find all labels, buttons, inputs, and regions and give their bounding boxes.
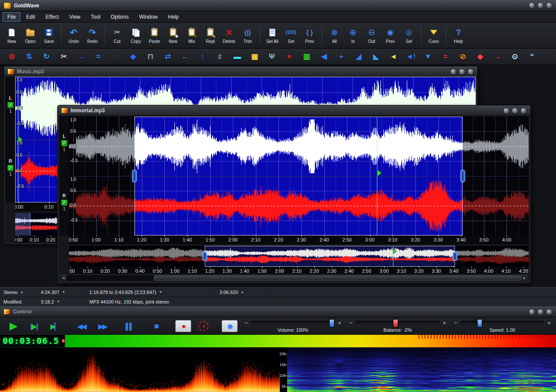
- toolbar-set-button[interactable]: {123}Set: [282, 24, 300, 47]
- effect-fade-in-button[interactable]: ◢: [351, 51, 366, 63]
- effect-mix-channels-button[interactable]: +: [334, 51, 349, 63]
- record-button[interactable]: ●: [175, 320, 191, 332]
- balance-increase-button[interactable]: +: [442, 320, 447, 326]
- spin-arrow-icon[interactable]: ▼: [57, 300, 60, 304]
- record-loop-button[interactable]: ●: [195, 320, 212, 333]
- toolbar-trim-button[interactable]: {|}Trim: [239, 24, 257, 47]
- app-maximize-button[interactable]: [537, 2, 544, 9]
- menu-edit[interactable]: Edit: [21, 12, 40, 22]
- toolbar-prev-button[interactable]: ◉Prev: [381, 24, 399, 47]
- toolbar-sel-all-button[interactable]: Sel All: [263, 24, 281, 47]
- toolbar-open-button[interactable]: Open: [21, 24, 39, 47]
- toolbar-delete-button[interactable]: ×Delete: [220, 24, 238, 47]
- effect-speaker-button[interactable]: ◀: [317, 51, 331, 63]
- control-titlebar[interactable]: Control: [0, 307, 556, 317]
- effect-pitch-button[interactable]: ♯: [213, 51, 227, 63]
- menu-file[interactable]: File: [3, 12, 20, 22]
- toolbar-out-button[interactable]: ⊖Out: [363, 24, 381, 47]
- effect-flanger-button[interactable]: ◆: [126, 51, 141, 63]
- toolbar-help-button[interactable]: ?Help: [449, 24, 468, 47]
- control-minimize-button[interactable]: [529, 309, 535, 315]
- effect-invert-button[interactable]: ↕: [195, 51, 210, 63]
- music-titlebar[interactable]: Music.mp3: [4, 66, 478, 77]
- monitor-button[interactable]: ◉: [222, 320, 238, 332]
- speed-slider-handle[interactable]: ×: [477, 319, 482, 327]
- effect-envelope-button[interactable]: ⊓: [143, 51, 158, 63]
- scrollbar-thumb[interactable]: [154, 275, 521, 281]
- play-current-button[interactable]: ▶▏: [46, 320, 63, 333]
- toolbar-save-button[interactable]: Save: [40, 24, 58, 47]
- balance-slider-track[interactable]: [356, 321, 439, 325]
- play-selection-button[interactable]: [▶]: [25, 320, 43, 333]
- effect-equalizer-button[interactable]: ▬: [230, 51, 245, 63]
- toolbar-prev-button[interactable]: { }Prev: [301, 24, 319, 47]
- toolbar-new-button[interactable]: ✱New: [164, 24, 182, 47]
- app-close-button[interactable]: [546, 2, 553, 9]
- play-button[interactable]: ▶: [4, 320, 22, 333]
- effect-shape-volume-button[interactable]: ≈: [438, 51, 453, 63]
- stop-button[interactable]: ■: [147, 320, 165, 333]
- scroll-left-button[interactable]: ◄: [60, 275, 67, 281]
- toolbar-mix-button[interactable]: +Mix: [183, 24, 201, 47]
- effect-unmute-button[interactable]: ◄!: [403, 51, 418, 63]
- status-channel-mode[interactable]: Stereo▲: [0, 287, 37, 297]
- immortal-minimize-button[interactable]: [503, 108, 510, 114]
- channel-r-checkbox[interactable]: ✓: [7, 165, 14, 171]
- toolbar-sel-button[interactable]: ◎Sel: [400, 24, 418, 47]
- effect-offset-button[interactable]: →: [74, 51, 88, 63]
- effect-speech-bubble-button[interactable]: “: [525, 51, 540, 63]
- control-close-button[interactable]: [546, 309, 553, 315]
- volume-slider-track[interactable]: [252, 321, 335, 325]
- effect-noise-reduction-button[interactable]: ⊘: [455, 51, 470, 63]
- effect-eq-bars-button[interactable]: ▥: [299, 51, 314, 63]
- immortal-titlebar[interactable]: Immortal.mp3: [58, 105, 530, 116]
- effect-spectrum-filter-button[interactable]: ▦: [247, 51, 262, 63]
- spin-arrow-icon[interactable]: ▲: [20, 290, 23, 294]
- menu-options[interactable]: Options: [106, 12, 133, 22]
- menu-help[interactable]: Help: [163, 12, 183, 22]
- menu-tool[interactable]: Tool: [86, 12, 105, 22]
- horizontal-scrollbar[interactable]: ◄ ►: [59, 274, 529, 281]
- immortal-time-axis[interactable]: 0:501:001:101:201:301:401:502:002:102:20…: [69, 235, 529, 244]
- effect-splitter-button[interactable]: Ψ: [265, 51, 279, 63]
- effect-pan-button[interactable]: ◄: [386, 51, 401, 63]
- volume-slider-handle[interactable]: [329, 319, 334, 327]
- effect-time-warp-button[interactable]: ↻: [39, 51, 54, 63]
- effect-mute-button[interactable]: ×: [282, 51, 297, 63]
- rewind-button[interactable]: ◀◀: [73, 320, 90, 333]
- control-maximize-button[interactable]: [537, 309, 544, 315]
- status-zoom[interactable]: 3:18.2▼: [37, 297, 86, 306]
- effect-disable-effect-button[interactable]: ⊘: [4, 51, 19, 63]
- menu-window[interactable]: Window: [134, 12, 163, 22]
- app-titlebar[interactable]: GoldWave: [0, 0, 556, 11]
- speed-increase-button[interactable]: +: [546, 320, 552, 326]
- channel-l-checkbox[interactable]: ✓: [61, 140, 68, 147]
- effect-filter-button[interactable]: ≈: [91, 51, 106, 63]
- fast-forward-button[interactable]: ▶▶: [94, 320, 111, 333]
- effect-silence-button[interactable]: ✂: [56, 51, 71, 63]
- immortal-overview[interactable]: [69, 246, 529, 267]
- effect-doppler-button[interactable]: →: [490, 51, 505, 63]
- balance-slider-handle[interactable]: [393, 319, 398, 327]
- immortal-window[interactable]: Immortal.mp3 L✓1R✓1 1.00.50.0-0.51.00.50…: [57, 105, 531, 284]
- immortal-waveform[interactable]: [69, 117, 529, 235]
- status-selection[interactable]: 1:19.878 to 3:43.825 (2:23.947)▼: [86, 287, 216, 297]
- toolbar-all-button[interactable]: ⊗All: [325, 24, 343, 47]
- toolbar-in-button[interactable]: ⊕In: [344, 24, 362, 47]
- effect-echo-button[interactable]: ∩: [108, 51, 123, 63]
- toolbar-copy-button[interactable]: Copy: [127, 24, 145, 47]
- spin-arrow-icon[interactable]: ▼: [62, 290, 65, 294]
- channel-r-checkbox[interactable]: ✓: [61, 199, 68, 206]
- status-length[interactable]: 4:24.307▼: [37, 287, 86, 297]
- effect-clock-button[interactable]: ⊙: [507, 51, 522, 63]
- speed-decrease-button[interactable]: −: [453, 320, 458, 326]
- toolbar-cues-button[interactable]: Cues: [425, 24, 443, 47]
- effect-exchange-channels-button[interactable]: ⇄: [160, 51, 175, 63]
- spin-arrow-icon[interactable]: ▼: [159, 290, 162, 294]
- pause-button[interactable]: ▌▌: [121, 320, 138, 333]
- toolbar-undo-button[interactable]: ↶Undo: [65, 24, 83, 47]
- toolbar-repl-button[interactable]: ↻Repl: [201, 24, 219, 47]
- music-close-button[interactable]: [468, 69, 474, 75]
- effect-shift-left-button[interactable]: ←: [178, 51, 193, 63]
- effect-playback-rate-button[interactable]: ⇅: [22, 51, 36, 63]
